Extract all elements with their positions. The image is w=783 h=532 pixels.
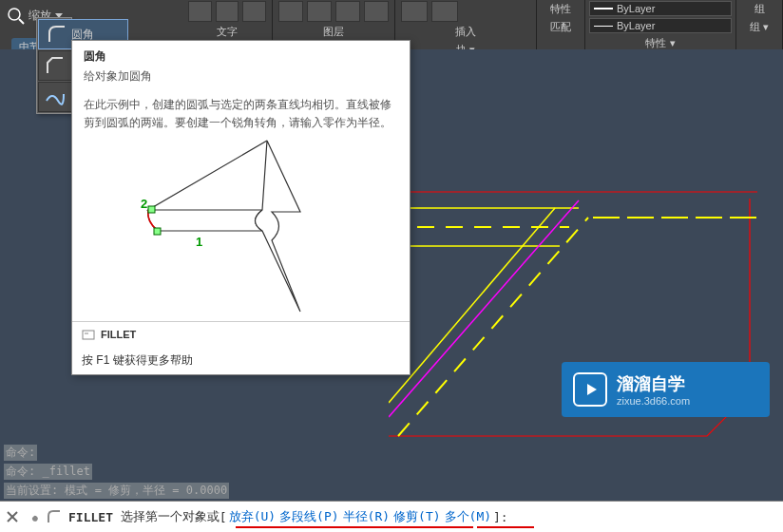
block-button-2[interactable] [431, 1, 458, 22]
chamfer-tool[interactable] [38, 50, 72, 81]
opt-multi[interactable]: 多个(M) [445, 508, 491, 525]
insert-label: 插入 [455, 26, 476, 37]
linetype-dropdown[interactable]: ByLayer [589, 1, 732, 16]
diagram-marker-2: 2 [141, 197, 147, 211]
watermark-title: 溜溜自学 [617, 372, 690, 395]
svg-line-1 [19, 19, 24, 24]
ribbon-group-section: 组 组 ▾ [736, 0, 783, 49]
history-line-1: 命令: [4, 445, 37, 461]
text-tool-button[interactable] [188, 1, 212, 22]
tooltip-popup: 圆角 给对象加圆角 在此示例中，创建的圆弧与选定的两条直线均相切。直线被修剪到圆… [71, 40, 411, 375]
tooltip-body: 在此示例中，创建的圆弧与选定的两条直线均相切。直线被修剪到圆弧的两端。要创建一个… [72, 92, 410, 136]
blend-tool[interactable] [38, 82, 72, 112]
command-history: 命令: 命令: _fillet 当前设置: 模式 = 修剪，半径 = 0.000… [0, 441, 783, 502]
text-section-label: 文字 [186, 23, 268, 41]
text-tool-button-3[interactable] [242, 1, 266, 22]
text-tool-button-2[interactable] [216, 1, 239, 22]
fillet-icon [47, 24, 67, 45]
layer-button-4[interactable] [364, 1, 389, 22]
layer-button[interactable] [278, 1, 303, 22]
group-label: 组 [740, 0, 778, 18]
tooltip-diagram: 2 1 [72, 136, 410, 321]
tooltip-help: 按 F1 键获得更多帮助 [72, 347, 410, 374]
opt-trim[interactable]: 修剪(T) [393, 508, 440, 525]
history-line-3: 当前设置: 模式 = 修剪，半径 = 0.0000 [4, 483, 229, 499]
svg-line-7 [389, 200, 579, 417]
command-input[interactable]: FILLET 选择第一个对象或 [ 放弃(U) 多段线(P) 半径(R) 修剪(… [68, 508, 508, 525]
opt-undo[interactable]: 放弃(U) [229, 508, 276, 525]
svg-line-9 [389, 208, 555, 403]
red-highlight-1 [236, 526, 473, 528]
svg-rect-12 [83, 331, 94, 339]
svg-point-0 [9, 9, 20, 20]
layer-section-label: 图层 [277, 23, 391, 41]
diagram-marker-1: 1 [196, 235, 202, 249]
tooltip-title: 圆角 [72, 41, 410, 68]
props-label: 特性 [541, 0, 581, 18]
command-bar[interactable]: FILLET 选择第一个对象或 [ 放弃(U) 多段线(P) 半径(R) 修剪(… [0, 501, 783, 532]
block-button[interactable] [401, 1, 428, 22]
tooltip-footer: FILLET [72, 321, 410, 347]
opt-pline[interactable]: 多段线(P) [279, 508, 338, 525]
red-highlight-2 [477, 526, 534, 528]
zoom-icon [6, 6, 27, 25]
layer-button-2[interactable] [307, 1, 332, 22]
ribbon-block-section: 插入 块 ▾ [395, 0, 537, 49]
ribbon-bylayer-section: ByLayer ByLayer 特性 ▾ [585, 0, 736, 49]
watermark: 溜溜自学 zixue.3d66.com [562, 362, 770, 417]
svg-rect-10 [148, 206, 155, 213]
chamfer-icon [45, 55, 66, 76]
ribbon-props-section: 特性 匹配 [537, 0, 585, 49]
svg-line-8 [398, 218, 588, 436]
history-line-2: 命令: _fillet [4, 464, 92, 480]
tooltip-subtitle: 给对象加圆角 [72, 68, 410, 92]
play-icon [573, 372, 607, 407]
fillet-flyout: 圆角 [36, 17, 72, 114]
layer-button-3[interactable] [335, 1, 360, 22]
command-icon [82, 328, 95, 341]
blend-icon [45, 86, 66, 107]
close-icon[interactable] [4, 508, 21, 525]
fillet-cmd-icon [46, 508, 63, 525]
svg-rect-11 [154, 228, 161, 235]
tooltip-command: FILLET [101, 329, 136, 340]
watermark-url: zixue.3d66.com [617, 395, 690, 407]
lineweight-dropdown[interactable]: ByLayer [589, 18, 732, 33]
wrench-icon[interactable] [25, 508, 42, 525]
opt-radius[interactable]: 半径(R) [343, 508, 390, 525]
group-panel-label[interactable]: 组 ▾ [740, 18, 778, 36]
match-label: 匹配 [541, 18, 581, 36]
